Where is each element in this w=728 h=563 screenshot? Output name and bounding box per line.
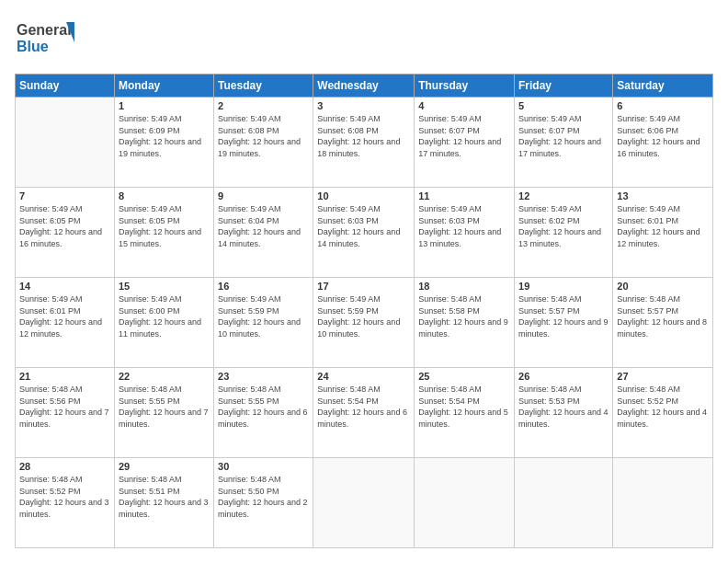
day-info: Sunrise: 5:48 AM Sunset: 5:58 PM Dayligh… <box>418 293 510 339</box>
day-cell: 23Sunrise: 5:48 AM Sunset: 5:55 PM Dayli… <box>214 368 313 458</box>
day-number: 13 <box>617 190 709 201</box>
day-info: Sunrise: 5:48 AM Sunset: 5:52 PM Dayligh… <box>19 474 110 520</box>
col-header-sunday: Sunday <box>16 75 115 98</box>
day-info: Sunrise: 5:48 AM Sunset: 5:56 PM Dayligh… <box>19 384 110 430</box>
day-cell: 9Sunrise: 5:49 AM Sunset: 6:04 PM Daylig… <box>214 188 313 278</box>
day-info: Sunrise: 5:49 AM Sunset: 5:59 PM Dayligh… <box>317 293 410 339</box>
day-cell <box>415 458 515 548</box>
day-info: Sunrise: 5:49 AM Sunset: 6:05 PM Dayligh… <box>19 203 110 249</box>
day-info: Sunrise: 5:49 AM Sunset: 6:07 PM Dayligh… <box>418 113 510 159</box>
day-cell: 3Sunrise: 5:49 AM Sunset: 6:08 PM Daylig… <box>313 98 415 188</box>
day-cell: 18Sunrise: 5:48 AM Sunset: 5:58 PM Dayli… <box>415 278 515 368</box>
day-info: Sunrise: 5:49 AM Sunset: 6:01 PM Dayligh… <box>617 203 709 249</box>
day-number: 22 <box>119 371 210 382</box>
col-header-monday: Monday <box>114 75 213 98</box>
day-number: 14 <box>19 281 110 292</box>
day-info: Sunrise: 5:48 AM Sunset: 5:57 PM Dayligh… <box>518 293 609 339</box>
calendar-table: SundayMondayTuesdayWednesdayThursdayFrid… <box>15 74 713 548</box>
col-header-tuesday: Tuesday <box>214 75 313 98</box>
day-cell: 16Sunrise: 5:49 AM Sunset: 5:59 PM Dayli… <box>214 278 313 368</box>
day-number: 10 <box>317 190 410 201</box>
svg-text:Blue: Blue <box>17 39 49 54</box>
col-header-friday: Friday <box>515 75 613 98</box>
day-number: 6 <box>617 100 709 111</box>
day-cell <box>515 458 613 548</box>
day-cell: 12Sunrise: 5:49 AM Sunset: 6:02 PM Dayli… <box>515 188 613 278</box>
day-cell: 14Sunrise: 5:49 AM Sunset: 6:01 PM Dayli… <box>16 278 115 368</box>
day-number: 9 <box>218 190 309 201</box>
day-info: Sunrise: 5:49 AM Sunset: 5:59 PM Dayligh… <box>218 293 309 339</box>
day-cell: 1Sunrise: 5:49 AM Sunset: 6:09 PM Daylig… <box>114 98 213 188</box>
day-number: 3 <box>317 100 410 111</box>
day-info: Sunrise: 5:48 AM Sunset: 5:53 PM Dayligh… <box>518 384 609 430</box>
day-info: Sunrise: 5:49 AM Sunset: 6:07 PM Dayligh… <box>518 113 609 159</box>
day-number: 12 <box>518 190 609 201</box>
day-number: 21 <box>19 371 110 382</box>
svg-text:General: General <box>17 22 72 38</box>
day-number: 16 <box>218 281 309 292</box>
day-cell: 19Sunrise: 5:48 AM Sunset: 5:57 PM Dayli… <box>515 278 613 368</box>
day-info: Sunrise: 5:49 AM Sunset: 6:03 PM Dayligh… <box>317 203 410 249</box>
day-info: Sunrise: 5:49 AM Sunset: 6:08 PM Dayligh… <box>218 113 309 159</box>
day-info: Sunrise: 5:48 AM Sunset: 5:51 PM Dayligh… <box>119 474 210 520</box>
day-cell: 25Sunrise: 5:48 AM Sunset: 5:54 PM Dayli… <box>415 368 515 458</box>
day-number: 17 <box>317 281 410 292</box>
day-info: Sunrise: 5:49 AM Sunset: 6:01 PM Dayligh… <box>19 293 110 339</box>
day-info: Sunrise: 5:49 AM Sunset: 6:06 PM Dayligh… <box>617 113 709 159</box>
week-row-1: 7Sunrise: 5:49 AM Sunset: 6:05 PM Daylig… <box>16 188 713 278</box>
day-cell: 5Sunrise: 5:49 AM Sunset: 6:07 PM Daylig… <box>515 98 613 188</box>
week-row-0: 1Sunrise: 5:49 AM Sunset: 6:09 PM Daylig… <box>16 98 713 188</box>
day-cell: 8Sunrise: 5:49 AM Sunset: 6:05 PM Daylig… <box>114 188 213 278</box>
day-number: 7 <box>19 190 110 201</box>
day-cell: 4Sunrise: 5:49 AM Sunset: 6:07 PM Daylig… <box>415 98 515 188</box>
day-info: Sunrise: 5:49 AM Sunset: 6:05 PM Dayligh… <box>119 203 210 249</box>
day-number: 5 <box>518 100 609 111</box>
day-info: Sunrise: 5:48 AM Sunset: 5:55 PM Dayligh… <box>218 384 309 430</box>
day-cell: 6Sunrise: 5:49 AM Sunset: 6:06 PM Daylig… <box>613 98 713 188</box>
day-cell <box>16 98 115 188</box>
col-header-wednesday: Wednesday <box>313 75 415 98</box>
week-row-2: 14Sunrise: 5:49 AM Sunset: 6:01 PM Dayli… <box>16 278 713 368</box>
day-number: 20 <box>617 281 709 292</box>
logo-icon: General Blue <box>15 15 79 61</box>
day-info: Sunrise: 5:49 AM Sunset: 6:02 PM Dayligh… <box>518 203 609 249</box>
day-cell: 29Sunrise: 5:48 AM Sunset: 5:51 PM Dayli… <box>114 458 213 548</box>
day-number: 1 <box>119 100 210 111</box>
day-number: 26 <box>518 371 609 382</box>
day-info: Sunrise: 5:49 AM Sunset: 6:04 PM Dayligh… <box>218 203 309 249</box>
page: General Blue SundayMondayTuesdayWednesda… <box>0 0 728 563</box>
week-row-3: 21Sunrise: 5:48 AM Sunset: 5:56 PM Dayli… <box>16 368 713 458</box>
day-cell: 10Sunrise: 5:49 AM Sunset: 6:03 PM Dayli… <box>313 188 415 278</box>
day-number: 23 <box>218 371 309 382</box>
day-number: 15 <box>119 281 210 292</box>
day-number: 4 <box>418 100 510 111</box>
day-cell <box>313 458 415 548</box>
day-cell: 27Sunrise: 5:48 AM Sunset: 5:52 PM Dayli… <box>613 368 713 458</box>
day-number: 11 <box>418 190 510 201</box>
day-info: Sunrise: 5:49 AM Sunset: 6:08 PM Dayligh… <box>317 113 410 159</box>
day-number: 29 <box>119 461 210 472</box>
day-info: Sunrise: 5:48 AM Sunset: 5:54 PM Dayligh… <box>418 384 510 430</box>
day-info: Sunrise: 5:48 AM Sunset: 5:55 PM Dayligh… <box>119 384 210 430</box>
day-info: Sunrise: 5:49 AM Sunset: 6:03 PM Dayligh… <box>418 203 510 249</box>
day-cell: 21Sunrise: 5:48 AM Sunset: 5:56 PM Dayli… <box>16 368 115 458</box>
day-cell: 28Sunrise: 5:48 AM Sunset: 5:52 PM Dayli… <box>16 458 115 548</box>
day-number: 2 <box>218 100 309 111</box>
day-cell: 7Sunrise: 5:49 AM Sunset: 6:05 PM Daylig… <box>16 188 115 278</box>
day-cell: 24Sunrise: 5:48 AM Sunset: 5:54 PM Dayli… <box>313 368 415 458</box>
day-info: Sunrise: 5:48 AM Sunset: 5:52 PM Dayligh… <box>617 384 709 430</box>
day-info: Sunrise: 5:49 AM Sunset: 6:09 PM Dayligh… <box>119 113 210 159</box>
week-row-4: 28Sunrise: 5:48 AM Sunset: 5:52 PM Dayli… <box>16 458 713 548</box>
day-info: Sunrise: 5:48 AM Sunset: 5:54 PM Dayligh… <box>317 384 410 430</box>
day-number: 28 <box>19 461 110 472</box>
day-cell: 2Sunrise: 5:49 AM Sunset: 6:08 PM Daylig… <box>214 98 313 188</box>
day-number: 27 <box>617 371 709 382</box>
header: General Blue <box>15 15 713 64</box>
day-cell: 26Sunrise: 5:48 AM Sunset: 5:53 PM Dayli… <box>515 368 613 458</box>
day-cell: 22Sunrise: 5:48 AM Sunset: 5:55 PM Dayli… <box>114 368 213 458</box>
col-header-thursday: Thursday <box>415 75 515 98</box>
day-cell: 17Sunrise: 5:49 AM Sunset: 5:59 PM Dayli… <box>313 278 415 368</box>
day-number: 30 <box>218 461 309 472</box>
day-number: 18 <box>418 281 510 292</box>
day-info: Sunrise: 5:48 AM Sunset: 5:50 PM Dayligh… <box>218 474 309 520</box>
